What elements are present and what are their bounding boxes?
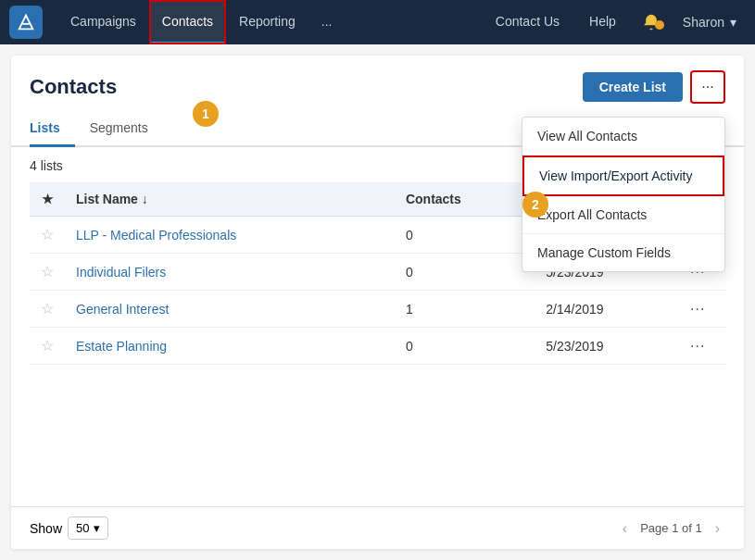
prev-page-button[interactable]: ‹: [617, 518, 633, 539]
tab-segments[interactable]: Segments: [90, 111, 163, 147]
star-cell-1[interactable]: ☆: [30, 217, 65, 254]
show-count-select[interactable]: 50 ▾: [68, 516, 107, 540]
nav-contacts[interactable]: Contacts: [149, 0, 226, 44]
table-row: ☆ General Interest 1 2/14/2019 ···: [30, 291, 725, 328]
step-2-number: 2: [522, 192, 548, 218]
user-menu-chevron: ▾: [730, 15, 736, 30]
dropdown-view-all-contacts[interactable]: View All Contacts: [522, 118, 724, 156]
main-content: 1 2 Contacts Create List ··· Lists Segme…: [11, 56, 744, 549]
date-cell-4: 5/23/2019: [535, 328, 679, 365]
row-more-4[interactable]: ···: [690, 338, 705, 355]
nav-items: Campaigns Contacts Reporting ...: [57, 0, 483, 44]
list-name-cell-2: Individual Filers: [65, 254, 395, 291]
list-name-cell-1: LLP - Medical Professionals: [65, 217, 395, 254]
page-title: Contacts: [30, 75, 117, 99]
tab-lists[interactable]: Lists: [30, 111, 75, 147]
nav-reporting[interactable]: Reporting: [226, 0, 308, 44]
list-name-cell-3: General Interest: [65, 291, 395, 328]
user-name: Sharon: [683, 15, 724, 30]
show-count-chevron: ▾: [94, 521, 100, 535]
notification-badge: [655, 20, 664, 30]
nav-contact-us[interactable]: Contact Us: [483, 0, 573, 44]
nav-right: Contact Us Help Sharon ▾: [483, 0, 746, 44]
table-row: ☆ Estate Planning 0 5/23/2019 ···: [30, 328, 725, 365]
header-contacts: Contacts: [395, 182, 535, 217]
contacts-cell-3: 1: [395, 291, 535, 328]
header-actions: Create List ···: [583, 70, 725, 104]
show-count-value: 50: [76, 521, 89, 535]
dropdown-manage-custom-fields[interactable]: Manage Custom Fields: [522, 234, 724, 271]
date-cell-3: 2/14/2019: [535, 291, 679, 328]
nav-campaigns[interactable]: Campaigns: [57, 0, 149, 44]
more-options-button[interactable]: ···: [690, 70, 725, 104]
dropdown-menu: View All Contacts View Import/Export Act…: [522, 117, 725, 272]
app-logo[interactable]: [9, 6, 43, 39]
nav-more[interactable]: ...: [308, 0, 346, 44]
list-name-link-1[interactable]: LLP - Medical Professionals: [76, 228, 236, 243]
show-label: Show: [30, 521, 62, 536]
contacts-cell-2: 0: [395, 254, 535, 291]
pagination: Show 50 ▾ ‹ Page 1 of 1 ›: [11, 506, 744, 549]
content-header: Contacts Create List ···: [11, 56, 744, 111]
star-cell-2[interactable]: ☆: [30, 254, 65, 291]
user-menu[interactable]: Sharon ▾: [673, 15, 746, 30]
header-list-name[interactable]: List Name ↓: [65, 182, 395, 217]
navbar: Campaigns Contacts Reporting ... Contact…: [0, 0, 755, 44]
svg-marker-0: [19, 16, 33, 30]
list-name-link-2[interactable]: Individual Filers: [76, 265, 166, 280]
row-more-3[interactable]: ···: [690, 301, 705, 317]
page-info: Page 1 of 1: [640, 521, 702, 535]
dropdown-export-all-contacts[interactable]: Export All Contacts: [522, 196, 724, 234]
star-cell-4[interactable]: ☆: [30, 328, 65, 365]
notifications-bell[interactable]: [633, 13, 670, 31]
contacts-cell-1: 0: [395, 217, 535, 254]
nav-help[interactable]: Help: [576, 0, 629, 44]
star-cell-3[interactable]: ☆: [30, 291, 65, 328]
create-list-button[interactable]: Create List: [583, 72, 683, 102]
step-1-number: 1: [193, 101, 219, 127]
next-page-button[interactable]: ›: [710, 518, 725, 539]
show-select: Show 50 ▾: [30, 516, 108, 540]
contacts-cell-4: 0: [395, 328, 535, 365]
header-star: ★: [30, 182, 65, 217]
row-actions-3: ···: [679, 291, 725, 328]
list-name-cell-4: Estate Planning: [65, 328, 395, 365]
row-actions-4: ···: [679, 328, 725, 365]
page-nav: ‹ Page 1 of 1 ›: [617, 518, 725, 539]
list-name-link-4[interactable]: Estate Planning: [76, 339, 167, 354]
dropdown-view-import-export[interactable]: View Import/Export Activity: [522, 156, 724, 196]
list-name-link-3[interactable]: General Interest: [76, 302, 169, 317]
